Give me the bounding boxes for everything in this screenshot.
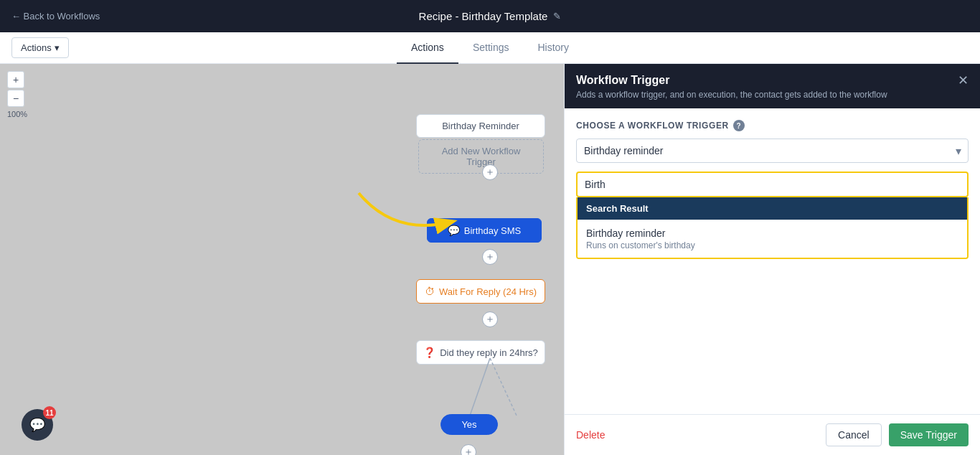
trigger-select[interactable]: Birthday reminder <box>576 139 969 163</box>
svg-line-0 <box>470 358 490 416</box>
panel-header-content: Workflow Trigger Adds a workflow trigger… <box>576 74 887 100</box>
panel-body: CHOOSE A WORKFLOW TRIGGER ? Birthday rem… <box>565 108 980 414</box>
search-input[interactable] <box>576 172 969 197</box>
birthday-sms-label: Birthday SMS <box>464 225 521 236</box>
actions-button[interactable]: Actions ▾ <box>11 37 69 58</box>
connector-2[interactable]: ＋ <box>482 249 498 265</box>
birthday-sms-node[interactable]: 💬 Birthday SMS <box>427 218 542 243</box>
section-label: CHOOSE A WORKFLOW TRIGGER ? <box>576 120 969 131</box>
tab-group: Actions Settings History <box>397 32 583 63</box>
connector-3[interactable]: ＋ <box>482 311 498 327</box>
back-link[interactable]: ← Back to Workflows <box>11 11 100 22</box>
actions-dropdown-icon: ▾ <box>55 42 60 53</box>
notification-badge: 11 <box>43 406 56 419</box>
footer-right: Cancel Save Trigger <box>826 423 969 446</box>
tab-history[interactable]: History <box>523 32 583 64</box>
connector-1[interactable]: ＋ <box>482 164 498 180</box>
chat-notification[interactable]: 💬 11 <box>22 409 53 441</box>
search-results-panel: Search Result Birthday reminder Runs on … <box>576 197 969 259</box>
cancel-button[interactable]: Cancel <box>826 423 882 446</box>
right-panel: Workflow Trigger Adds a workflow trigger… <box>564 64 980 455</box>
actions-label: Actions <box>21 42 52 53</box>
top-nav: ← Back to Workflows Recipe - Birthday Te… <box>0 0 980 32</box>
canvas-area: + − 100% Birthday Reminder Add New Workf… <box>0 64 564 455</box>
birthday-reminder-label: Birthday Reminder <box>442 121 519 131</box>
edit-icon[interactable]: ✎ <box>553 11 561 22</box>
section-label-text: CHOOSE A WORKFLOW TRIGGER <box>576 121 729 131</box>
select-wrapper: Birthday reminder ▾ <box>576 139 969 163</box>
svg-line-1 <box>490 358 517 416</box>
page-title: Recipe - Birthday Template ✎ <box>419 10 562 22</box>
info-icon[interactable]: ? <box>733 120 745 131</box>
close-button[interactable]: ✕ <box>958 74 969 87</box>
result-subtitle: Runs on customer's birthday <box>586 240 958 250</box>
yes-label: Yes <box>461 419 476 430</box>
panel-header: Workflow Trigger Adds a workflow trigger… <box>565 64 980 108</box>
save-trigger-button[interactable]: Save Trigger <box>889 423 969 446</box>
birthday-reminder-node[interactable]: Birthday Reminder <box>416 114 545 138</box>
search-results-header: Search Result <box>578 197 967 220</box>
tab-actions[interactable]: Actions <box>397 32 458 64</box>
wait-reply-node[interactable]: ⏱ Wait For Reply (24 Hrs) <box>416 279 545 304</box>
wait-reply-label: Wait For Reply (24 Hrs) <box>439 286 537 297</box>
panel-title: Workflow Trigger <box>576 74 887 87</box>
add-trigger-button[interactable]: Add New Workflow Trigger <box>418 139 544 174</box>
panel-subtitle: Adds a workflow trigger, and on executio… <box>576 90 887 100</box>
title-text: Recipe - Birthday Template <box>419 10 548 22</box>
search-input-wrapper <box>576 172 969 197</box>
tab-settings[interactable]: Settings <box>458 32 524 64</box>
main-layout: + − 100% Birthday Reminder Add New Workf… <box>0 64 980 455</box>
connector-4[interactable]: ＋ <box>461 444 476 455</box>
search-result-item[interactable]: Birthday reminder Runs on customer's bir… <box>578 220 967 258</box>
yes-button[interactable]: Yes <box>440 414 498 435</box>
add-trigger-label: Add New Workflow Trigger <box>442 146 521 167</box>
tabs-bar: Actions ▾ Actions Settings History <box>0 32 980 64</box>
question-label: Did they reply in 24hrs? <box>440 347 538 358</box>
question-node[interactable]: ❓ Did they reply in 24hrs? <box>416 340 545 365</box>
panel-footer: Delete Cancel Save Trigger <box>565 414 980 455</box>
workflow-canvas: Birthday Reminder Add New Workflow Trigg… <box>0 64 564 455</box>
delete-button[interactable]: Delete <box>576 429 605 441</box>
result-title: Birthday reminder <box>586 228 958 239</box>
